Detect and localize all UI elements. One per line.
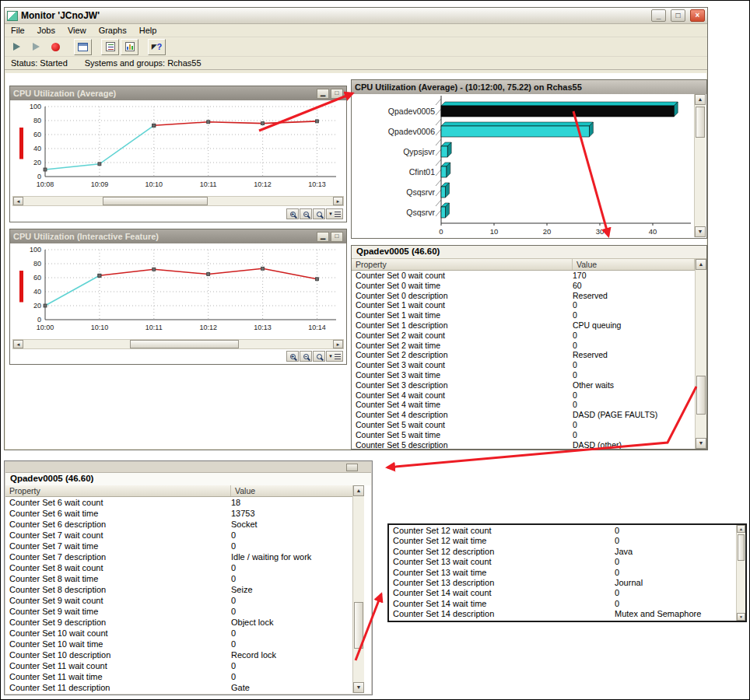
scroll-down-button[interactable]: ▼ [696, 438, 706, 449]
table-row[interactable]: Counter Set 0 wait count 170 [352, 271, 695, 281]
panel-minimize-button[interactable]: ▁ [317, 232, 329, 242]
table-row[interactable]: Counter Set 8 wait time 0 [5, 573, 355, 584]
panel-minimize-button[interactable] [346, 464, 358, 471]
zoom-in-button[interactable]: + [286, 208, 299, 219]
table-row[interactable]: Counter Set 5 description DASD (other) [352, 440, 695, 449]
panel-maximize-button[interactable]: □ [331, 232, 343, 242]
start-alt-button[interactable] [27, 39, 45, 55]
scroll-up-button[interactable]: ▲ [695, 94, 706, 105]
menu-item[interactable]: File [5, 25, 31, 36]
maximize-button[interactable]: □ [671, 9, 685, 22]
chart-horizontal-scrollbar[interactable]: ◄ ► [12, 196, 344, 206]
zoom-reset-button[interactable] [313, 351, 325, 362]
cpu-average-line-chart[interactable]: 02040608010010:0810:0910:1010:1110:1210:… [11, 100, 345, 198]
table-row[interactable]: Counter Set 2 wait count 0 [352, 331, 695, 341]
menu-item[interactable]: View [61, 25, 93, 36]
table-row[interactable]: Counter Set 13 wait count 0 [389, 557, 735, 567]
table-row[interactable]: Counter Set 3 description Other waits [352, 380, 695, 390]
chart-options-dropdown[interactable]: ▼ [326, 351, 343, 362]
table-row[interactable]: Counter Set 8 description Seize [5, 584, 355, 595]
table-row[interactable]: Counter Set 14 description Mutex and Sem… [389, 609, 735, 619]
scrollbar-thumb[interactable] [130, 340, 239, 348]
zoom-out-button[interactable]: − [300, 351, 312, 362]
column-header-property[interactable]: Property [352, 259, 573, 270]
scroll-left-button[interactable]: ◄ [13, 197, 23, 205]
scroll-up-button[interactable]: ▲ [353, 485, 364, 496]
scroll-down-button[interactable]: ▼ [353, 682, 364, 693]
table-row[interactable]: Counter Set 6 description Socket [5, 519, 355, 530]
vertical-scrollbar[interactable]: ▲ ▼ [694, 94, 706, 237]
scrollbar-thumb[interactable] [738, 534, 745, 561]
scroll-right-button[interactable]: ► [333, 197, 343, 205]
vertical-scrollbar[interactable]: ▲ ▼ [695, 259, 706, 449]
graph-history-button[interactable] [121, 39, 138, 55]
panel-titlebar[interactable]: CPU Utilization (Average) - (10:12:00, 7… [352, 80, 706, 94]
zoom-in-button[interactable]: + [286, 351, 299, 362]
table-row[interactable]: Counter Set 13 description Journal [389, 578, 735, 588]
table-row[interactable]: Counter Set 9 wait count 0 [5, 595, 355, 606]
scroll-left-button[interactable]: ◄ [13, 340, 23, 348]
table-row[interactable]: Counter Set 11 description Gate [5, 682, 355, 693]
scroll-up-button[interactable]: ▲ [696, 259, 706, 270]
table-row[interactable]: Counter Set 6 wait time 13753 [5, 508, 355, 519]
scroll-down-button[interactable]: ▼ [737, 613, 745, 621]
table-row[interactable]: Counter Set 6 wait count 18 [5, 497, 355, 508]
table-row[interactable]: Counter Set 1 wait count 0 [352, 300, 695, 310]
vertical-scrollbar[interactable]: ▲ ▼ [352, 485, 364, 693]
menu-item[interactable]: Graphs [93, 25, 133, 36]
table-row[interactable]: Counter Set 4 wait time 0 [352, 400, 695, 410]
stop-monitor-button[interactable] [47, 39, 65, 55]
table-row[interactable]: Counter Set 7 wait time 0 [5, 541, 355, 551]
panel-titlebar[interactable]: CPU Utilization (Average) ▁ □ [10, 86, 346, 100]
panel-titlebar[interactable] [5, 462, 371, 473]
chart-horizontal-scrollbar[interactable]: ◄ ► [12, 339, 344, 349]
table-row[interactable]: Counter Set 12 description Java [389, 547, 735, 557]
table-row[interactable]: Counter Set 11 wait time 0 [5, 671, 355, 682]
column-header-value[interactable]: Value [573, 259, 695, 270]
menu-item[interactable]: Help [133, 25, 163, 36]
table-row[interactable]: Counter Set 10 wait count 0 [5, 628, 355, 639]
start-monitor-button[interactable] [8, 39, 26, 55]
table-row[interactable]: Counter Set 9 description Object lock [5, 617, 355, 628]
table-row[interactable]: Counter Set 7 description Idle / waiting… [5, 551, 355, 562]
minimize-button[interactable]: _ [651, 9, 666, 22]
table-row[interactable]: Counter Set 12 wait count 0 [389, 526, 735, 536]
event-list-button[interactable] [101, 39, 119, 55]
chart-options-dropdown[interactable]: ▼ [326, 208, 343, 219]
table-row[interactable]: Counter Set 2 description Reserved [352, 350, 695, 360]
scrollbar-thumb[interactable] [354, 602, 363, 649]
table-row[interactable]: Counter Set 0 description Reserved [352, 291, 695, 301]
panel-minimize-button[interactable]: ▁ [317, 89, 329, 99]
menu-item[interactable]: Jobs [31, 25, 61, 36]
scrollbar-thumb[interactable] [103, 197, 208, 205]
table-row[interactable]: Counter Set 14 wait time 0 [389, 599, 735, 609]
table-row[interactable]: Counter Set 0 wait time 60 [352, 281, 695, 291]
column-header-property[interactable]: Property [5, 485, 231, 496]
scroll-right-button[interactable]: ► [333, 340, 343, 348]
properties-button[interactable] [74, 39, 92, 55]
context-help-button[interactable]: ◤? [148, 39, 166, 55]
table-row[interactable]: Counter Set 1 wait time 0 [352, 310, 695, 320]
table-row[interactable]: Counter Set 13 wait time 0 [389, 568, 735, 578]
table-row[interactable]: Counter Set 10 description Record lock [5, 649, 355, 660]
table-row[interactable]: Counter Set 10 wait time 0 [5, 639, 355, 649]
panel-maximize-button[interactable]: □ [331, 89, 343, 99]
table-row[interactable]: Counter Set 1 description CPU queuing [352, 320, 695, 331]
column-header-value[interactable]: Value [231, 485, 355, 496]
table-row[interactable]: Counter Set 11 wait count 0 [5, 660, 355, 671]
table-row[interactable]: Counter Set 4 wait count 0 [352, 390, 695, 401]
scroll-down-button[interactable]: ▼ [695, 226, 706, 237]
cpu-interactive-line-chart[interactable]: 02040608010010:0010:1010:1110:1210:1310:… [11, 243, 345, 341]
table-row[interactable]: Counter Set 14 wait count 0 [389, 588, 735, 598]
table-row[interactable]: Counter Set 5 wait count 0 [352, 420, 695, 430]
table-row[interactable]: Counter Set 9 wait time 0 [5, 606, 355, 617]
scroll-up-button[interactable]: ▲ [737, 525, 745, 533]
table-row[interactable]: Counter Set 8 wait count 0 [5, 562, 355, 573]
scrollbar-thumb[interactable] [696, 107, 705, 138]
table-row[interactable]: Counter Set 4 description DASD (PAGE FAU… [352, 410, 695, 420]
vertical-scrollbar[interactable]: ▲ ▼ [736, 525, 745, 621]
zoom-reset-button[interactable] [313, 208, 325, 219]
close-button[interactable]: × [690, 9, 705, 22]
window-titlebar[interactable]: Monitor 'JCnoJW' _ □ × [5, 8, 707, 24]
zoom-out-button[interactable]: − [300, 208, 312, 219]
